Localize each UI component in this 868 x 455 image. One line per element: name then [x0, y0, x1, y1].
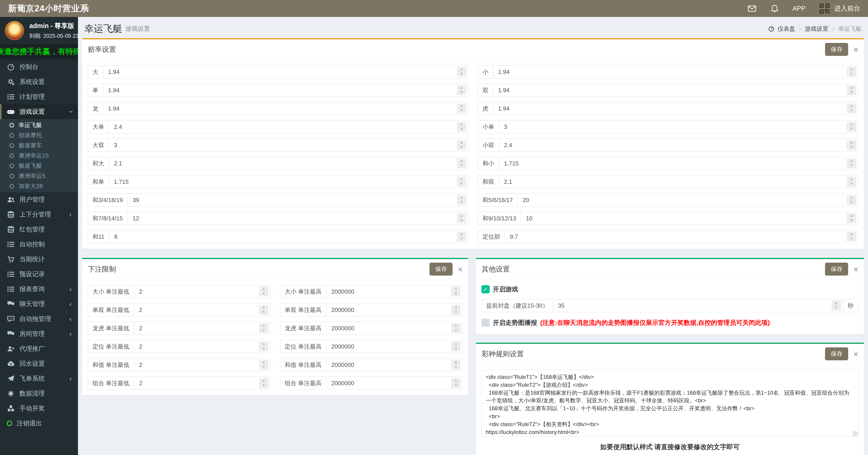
number-spinner[interactable]: ˄˅ — [847, 67, 856, 77]
odds-input[interactable]: 1.94 — [103, 65, 457, 78]
limit-input[interactable]: 2 — [134, 285, 259, 298]
submenu-item-jisufeiting[interactable]: 极速飞艇 — [0, 161, 78, 171]
front-site-link[interactable]: 进入前台 — [819, 3, 860, 14]
number-spinner[interactable]: ˄˅ — [847, 140, 856, 150]
number-spinner[interactable]: ˄˅ — [457, 232, 466, 242]
number-spinner[interactable]: ˄˅ — [451, 286, 461, 297]
sidebar-item-current-stats[interactable]: 当期统计 — [0, 252, 78, 267]
odds-input[interactable]: 2.1 — [109, 157, 457, 170]
game-enabled-checkbox[interactable]: ✓ — [482, 285, 490, 293]
odds-close-icon[interactable]: × — [854, 46, 858, 53]
messages-button[interactable] — [747, 4, 757, 13]
breadcrumb-home[interactable]: 仪表盘 — [778, 25, 795, 33]
sidebar-item-auto-bot-management[interactable]: 自动拖管理 ‹ — [0, 311, 78, 326]
number-spinner[interactable]: ˄˅ — [451, 378, 461, 388]
limit-input[interactable]: 2000000 — [327, 304, 451, 316]
other-save-button[interactable]: 保存 — [825, 263, 848, 276]
limit-input[interactable]: 2 — [134, 359, 259, 371]
limit-input[interactable]: 2000000 — [327, 359, 451, 371]
sidebar-item-redpacket-management[interactable]: 红包管理 — [0, 222, 78, 237]
seal-time-input[interactable]: 35 — [553, 299, 832, 312]
rules-save-button[interactable]: 保存 — [825, 347, 848, 360]
number-spinner[interactable]: ˄˅ — [451, 305, 461, 315]
odds-input[interactable]: 1.94 — [493, 65, 847, 78]
sidebar-item-plan-management[interactable]: 计划管理 — [0, 89, 78, 104]
number-spinner[interactable]: ˄˅ — [847, 122, 856, 132]
odds-input[interactable]: 3 — [109, 139, 457, 151]
sidebar-item-agent-promotion[interactable]: 代理推广 — [0, 341, 78, 356]
number-spinner[interactable]: ˄˅ — [259, 360, 269, 370]
number-spinner[interactable]: ˄˅ — [457, 140, 466, 150]
sidebar-item-console[interactable]: 控制台 — [0, 59, 78, 74]
sidebar-item-user-management[interactable]: 用户管理 — [0, 192, 78, 207]
odds-input[interactable]: 3 — [499, 120, 847, 133]
limit-input[interactable]: 2000000 — [327, 377, 451, 390]
trend-broadcast-checkbox[interactable] — [482, 319, 490, 327]
app-link[interactable]: APP — [793, 5, 806, 12]
odds-input[interactable]: 2.4 — [499, 139, 847, 151]
number-spinner[interactable]: ˄˅ — [457, 85, 466, 95]
resize-handle[interactable] — [852, 431, 858, 436]
sidebar-item-rebate-settings[interactable]: 回水设置 — [0, 356, 78, 371]
odds-input[interactable]: 10 — [521, 212, 847, 225]
limit-input[interactable]: 2 — [134, 340, 259, 353]
limit-input[interactable]: 2000000 — [327, 340, 451, 353]
odds-input[interactable]: 20 — [518, 194, 847, 206]
submenu-item-jinsumotuo[interactable]: 劲速摩托 — [0, 130, 78, 140]
sidebar-item-data-cleanup[interactable]: 数据清理 — [0, 386, 78, 401]
limit-input[interactable]: 2000000 — [327, 322, 451, 335]
limit-input[interactable]: 2000000 — [327, 285, 451, 298]
number-spinner[interactable]: ˄˅ — [847, 85, 856, 95]
sidebar-item-room-management[interactable]: 房间管理 ‹ — [0, 326, 78, 341]
number-spinner[interactable]: ˄˅ — [457, 195, 466, 205]
submenu-item-jianada28[interactable]: 加拿大28 — [0, 181, 78, 191]
number-spinner[interactable]: ˄˅ — [457, 158, 466, 169]
other-close-icon[interactable]: × — [854, 265, 858, 273]
odds-input[interactable]: 1.715 — [499, 157, 847, 170]
limit-input[interactable]: 2 — [134, 304, 259, 316]
sidebar-item-report-query[interactable]: 报表查询 ‹ — [0, 282, 78, 297]
odds-input[interactable]: 2.4 — [109, 120, 457, 133]
number-spinner[interactable]: ˄˅ — [259, 378, 269, 388]
submenu-item-aozhouxingyun10[interactable]: 澳洲幸运10 — [0, 151, 78, 161]
notifications-button[interactable] — [770, 4, 779, 13]
sidebar-item-game-settings[interactable]: 游戏设置 ‹ — [0, 104, 78, 119]
limit-save-button[interactable]: 保存 — [430, 263, 453, 276]
number-spinner[interactable]: ˄˅ — [259, 341, 269, 352]
number-spinner[interactable]: ˄˅ — [259, 305, 269, 315]
rules-textarea[interactable]: <div class="RuleT1">【168幸运飞艇】</div> <div… — [482, 370, 858, 437]
number-spinner[interactable]: ˄˅ — [847, 195, 856, 205]
odds-input[interactable]: 1.715 — [109, 175, 457, 188]
submenu-item-jisusaiche[interactable]: 极速赛车 — [0, 140, 78, 151]
sidebar-item-manual-draw[interactable]: 手动开奖 — [0, 401, 78, 416]
number-spinner[interactable]: ˄˅ — [847, 232, 856, 242]
number-spinner[interactable]: ˄˅ — [457, 122, 466, 132]
odds-input[interactable]: 1.94 — [493, 84, 847, 96]
number-spinner[interactable]: ˄˅ — [451, 323, 461, 333]
number-spinner[interactable]: ˄˅ — [259, 286, 269, 297]
odds-input[interactable]: 1.94 — [493, 102, 847, 115]
submenu-item-xingyunfeiting[interactable]: 幸运飞艇 — [0, 120, 78, 130]
odds-input[interactable]: 2.1 — [499, 175, 847, 188]
odds-input[interactable]: 1.94 — [103, 102, 457, 115]
sidebar-item-bet-relay-system[interactable]: 飞单系统 ‹ — [0, 371, 78, 386]
rules-close-icon[interactable]: × — [854, 350, 858, 358]
sidebar-item-chat-management[interactable]: 聊天管理 ‹ — [0, 297, 78, 311]
breadcrumb-mid[interactable]: 游戏设置 — [805, 25, 829, 33]
limit-close-icon[interactable]: × — [458, 265, 463, 273]
odds-input[interactable]: 12 — [127, 212, 457, 225]
odds-input[interactable]: 39 — [127, 194, 457, 206]
number-spinner[interactable]: ˄˅ — [832, 301, 841, 310]
sidebar-item-logout[interactable]: 注销退出 — [0, 416, 78, 431]
number-spinner[interactable]: ˄˅ — [451, 341, 461, 352]
sidebar-item-auto-control[interactable]: 自动控制 — [0, 237, 78, 252]
submenu-item-aozhouxingyun5[interactable]: 澳洲幸运5 — [0, 171, 78, 181]
sidebar-item-points-management[interactable]: 上下分管理 ‹ — [0, 207, 78, 222]
sidebar-toggle-icon[interactable]: ≡ — [84, 4, 89, 13]
number-spinner[interactable]: ˄˅ — [451, 360, 461, 370]
odds-input[interactable]: 9.7 — [505, 230, 847, 243]
sidebar-item-system-settings[interactable]: 系统设置 — [0, 74, 78, 89]
sidebar-item-preset-records[interactable]: 预设记录 — [0, 267, 78, 282]
number-spinner[interactable]: ˄˅ — [457, 103, 466, 114]
odds-input[interactable]: 1.94 — [103, 84, 457, 96]
